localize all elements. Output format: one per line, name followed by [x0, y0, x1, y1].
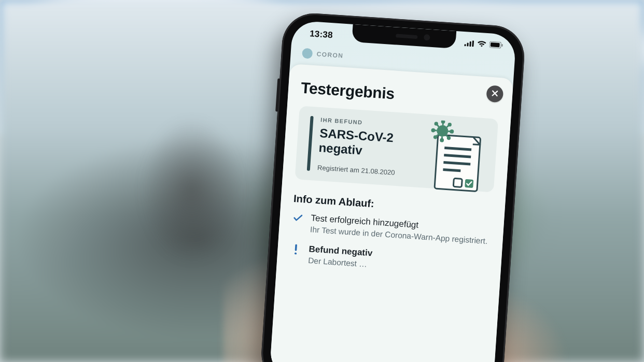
cellular-signal-icon [464, 40, 474, 47]
close-icon [492, 90, 498, 98]
svg-rect-0 [464, 44, 466, 46]
svg-rect-5 [491, 42, 500, 47]
svg-rect-6 [501, 44, 503, 47]
battery-icon [489, 41, 503, 49]
exclamation-icon [289, 243, 302, 266]
svg-rect-31 [295, 244, 297, 251]
svg-rect-3 [472, 40, 474, 47]
result-status-line2: negativ [318, 140, 363, 157]
app-brand-partial: CORON [316, 50, 344, 59]
screen: 13:38 [269, 20, 516, 362]
result-status: SARS-CoV-2 negativ [318, 126, 443, 163]
svg-point-30 [434, 136, 437, 139]
check-icon [291, 212, 304, 235]
wifi-icon [477, 40, 486, 48]
result-registered-date: 21.08.2020 [361, 166, 395, 176]
svg-point-16 [442, 120, 444, 123]
info-item: Test erfolgreich hinzugefügt Ihr Test wu… [291, 212, 492, 247]
app-logo-icon [302, 48, 313, 59]
phone: 13:38 [259, 11, 526, 362]
result-registered: Registriert am 21.08.2020 [317, 164, 441, 180]
test-result-panel: Testergebnis IHR BEFUND SARS-CoV-2 negat… [269, 64, 513, 362]
svg-rect-2 [469, 41, 471, 46]
result-document-icon [423, 120, 489, 196]
svg-point-32 [295, 252, 297, 254]
result-registered-prefix: Registriert am [317, 164, 360, 174]
svg-point-24 [435, 123, 438, 125]
svg-point-28 [449, 123, 451, 126]
svg-point-26 [447, 137, 450, 139]
svg-point-18 [441, 139, 443, 141]
info-item: Befund negativ Der Labortest … [289, 243, 489, 278]
result-accent-bar [307, 116, 314, 171]
statusbar-time: 13:38 [310, 28, 333, 40]
svg-rect-1 [467, 42, 468, 46]
svg-point-20 [432, 129, 435, 132]
panel-title: Testergebnis [300, 79, 500, 110]
result-card[interactable]: IHR BEFUND SARS-CoV-2 negativ Registrier… [295, 106, 499, 192]
virus-icon [431, 120, 454, 142]
svg-point-22 [451, 130, 453, 133]
statusbar-icons [464, 39, 503, 49]
